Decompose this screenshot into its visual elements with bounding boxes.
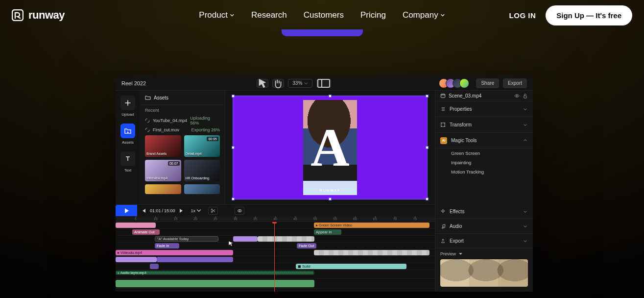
resize-handle[interactable] (329, 95, 332, 98)
clip[interactable] (233, 236, 258, 242)
inspector-bottom: Effects Audio Export Preview (435, 204, 533, 292)
svg-rect-0 (12, 10, 23, 21)
svg-rect-1 (318, 79, 330, 87)
brand-logo[interactable]: runway (12, 9, 65, 22)
clip[interactable]: Fade Out (297, 243, 316, 248)
rail-text[interactable]: Text (120, 151, 135, 173)
inspector-transform[interactable]: Transform (435, 117, 533, 133)
canvas[interactable]: A RUNWAY (233, 96, 428, 199)
clip[interactable]: Appear In (314, 229, 341, 235)
hero-cta-peek[interactable] (282, 29, 363, 36)
rail-assets[interactable]: Assets (120, 124, 135, 145)
eye-icon[interactable] (514, 93, 520, 99)
asset-row[interactable]: YouTube_04.mp4 Uploading 56% (145, 116, 220, 125)
mask-icon (237, 208, 242, 213)
poster-letter: A (303, 100, 357, 195)
clip[interactable] (150, 264, 159, 269)
ruler-tick: 70 (393, 216, 397, 222)
split-clip-button[interactable] (208, 207, 218, 215)
layout-icon (317, 78, 331, 88)
clip[interactable] (157, 257, 233, 262)
magic-tools-list: Green Screen Inpainting Motion Tracking (435, 149, 533, 178)
folder-icon (145, 95, 151, 100)
preview-thumbnail (440, 259, 528, 287)
magic-green-screen[interactable]: Green Screen (451, 150, 528, 156)
ruler-tick: 50 (313, 216, 317, 222)
preview-label[interactable]: Preview (435, 248, 533, 259)
nav-research[interactable]: Research (251, 10, 287, 20)
clip-text[interactable]: "A" Available Today (155, 236, 218, 242)
clip[interactable]: ◼ Solid (296, 264, 406, 269)
resize-handle[interactable] (232, 146, 235, 149)
asset-thumb[interactable]: HR Onboarding (184, 160, 220, 181)
speed-select[interactable]: 1x (191, 208, 202, 213)
clip[interactable]: Animate Out (132, 229, 160, 235)
clip[interactable] (258, 236, 314, 242)
collaborator-avatars[interactable] (442, 78, 469, 88)
nav-links: Product Research Customers Pricing Compa… (199, 10, 445, 20)
signup-button[interactable]: Sign Up — It's free (546, 5, 632, 25)
resize-handle[interactable] (232, 95, 235, 98)
audio-clip[interactable] (116, 280, 314, 287)
nav-product[interactable]: Product (199, 10, 235, 20)
resize-handle[interactable] (426, 146, 429, 149)
ruler-tick: 30 (234, 216, 238, 222)
mask-button[interactable] (235, 207, 244, 215)
inspector-audio[interactable]: Audio (435, 219, 533, 234)
inspector-export[interactable]: Export (435, 234, 533, 248)
cursor-tool-button[interactable] (257, 79, 268, 88)
play-button[interactable] (116, 205, 137, 217)
zoom-select[interactable]: 33% (288, 79, 312, 88)
cursor-icon (257, 78, 268, 89)
asset-thumb[interactable]: 00:05Detail.mp4 (184, 135, 220, 157)
editor-topbar: Reel 2022 33% Share Export (116, 76, 533, 91)
layout-toggle-button[interactable] (316, 79, 331, 88)
inspector-magic-tools[interactable]: AI Magic Tools (435, 133, 533, 149)
asset-thumb[interactable] (145, 184, 181, 194)
nav-company[interactable]: Company (403, 10, 445, 20)
clip[interactable]: ▸ Videodu.mp4 (116, 250, 233, 255)
hand-tool-button[interactable] (272, 79, 284, 88)
ruler-tick: 45 (293, 216, 297, 222)
inspector-effects[interactable]: Effects (435, 204, 533, 219)
play-icon (123, 208, 129, 214)
poster-brand: RUNWAY (320, 189, 340, 192)
clip[interactable] (116, 223, 156, 228)
resize-handle[interactable] (426, 95, 429, 98)
ruler-tick: 10 (154, 216, 158, 222)
next-frame-icon[interactable] (179, 208, 184, 213)
asset-thumb[interactable]: 00:07Interview.mp4 (145, 160, 181, 181)
audio-clip[interactable]: ♪ Audio layer.mp4 (116, 271, 314, 275)
chevron-down-icon (523, 224, 528, 229)
sparkle-icon (440, 209, 446, 214)
ruler-tick: 55 (333, 216, 337, 222)
playhead[interactable] (274, 222, 275, 292)
resize-handle[interactable] (426, 198, 429, 200)
asset-row[interactable]: First_cut.mov Exporting 26% (145, 127, 220, 132)
music-note-icon (440, 224, 446, 229)
clip[interactable]: Fade In (155, 243, 179, 248)
plus-icon (124, 99, 132, 107)
resize-handle[interactable] (232, 198, 235, 200)
magic-inpainting[interactable]: Inpainting (451, 160, 528, 165)
lock-open-icon[interactable] (523, 93, 528, 99)
avatar (459, 78, 469, 88)
ruler-tick: 15 (173, 216, 177, 222)
login-link[interactable]: LOG IN (509, 11, 536, 20)
nav-customers[interactable]: Customers (304, 10, 344, 20)
asset-thumb[interactable]: Brand Assets (145, 135, 181, 157)
clip[interactable] (314, 250, 429, 255)
chevron-down-icon (304, 81, 308, 85)
ruler-tick: 65 (373, 216, 377, 222)
magic-motion-tracking[interactable]: Motion Tracking (451, 169, 528, 174)
resize-handle[interactable] (329, 198, 332, 200)
nav-pricing[interactable]: Pricing (360, 10, 386, 20)
rail-upload[interactable]: Upload (120, 96, 135, 117)
clip[interactable] (116, 257, 157, 262)
share-button[interactable]: Share (476, 78, 499, 88)
inspector-properties[interactable]: Properties (435, 101, 533, 117)
clip[interactable]: ▸ Green Screen Video (314, 223, 429, 228)
prev-frame-icon[interactable] (141, 208, 146, 213)
asset-thumb[interactable] (184, 184, 220, 194)
export-button[interactable]: Export (503, 78, 527, 88)
